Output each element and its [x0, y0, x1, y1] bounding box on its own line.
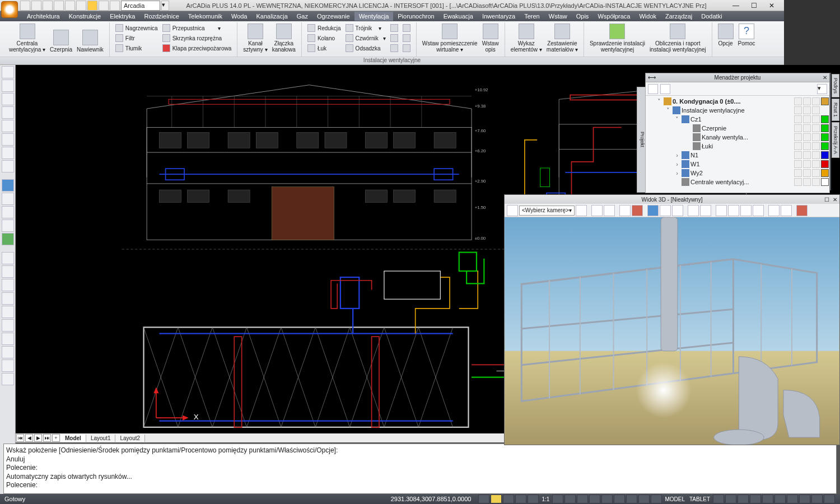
redukcja-button[interactable]: Redukcja — [305, 24, 343, 32]
menu-telekomunik[interactable]: Telekomunik — [184, 12, 227, 21]
v3d-gear-icon[interactable] — [507, 205, 518, 216]
arc-icon[interactable] — [2, 279, 14, 291]
obliczenia-raport-button[interactable]: Obliczenia i raport instalacji wentylacy… — [647, 22, 708, 54]
menu-elektryka[interactable]: Elektryka — [105, 12, 139, 21]
fitting-y1-button[interactable] — [400, 24, 413, 32]
zoom-ext-icon[interactable] — [2, 220, 14, 232]
menu-widok[interactable]: Widok — [634, 12, 661, 21]
grid-icon[interactable] — [2, 66, 14, 78]
v3d-m2-icon[interactable] — [632, 205, 643, 216]
menu-teren[interactable]: Teren — [520, 12, 544, 21]
zoom-in-icon[interactable] — [2, 193, 14, 205]
trojnik-button[interactable]: Trójnik▾ — [343, 24, 388, 32]
minimize-button[interactable]: — — [729, 2, 743, 10]
tlumik-button[interactable]: Tłumik — [113, 44, 160, 53]
tab-next-button[interactable]: ▶ — [34, 434, 42, 442]
v3d-fly-icon[interactable] — [660, 205, 671, 216]
v3d-r1-icon[interactable] — [716, 205, 727, 216]
klapa-button[interactable]: Klapa przeciwpożarowa — [160, 44, 234, 53]
move-icon[interactable] — [2, 373, 14, 385]
v3d-r3-icon[interactable] — [740, 205, 752, 216]
wstaw-opis-button[interactable]: Wstaw opis — [480, 22, 501, 54]
zestawienie-materialow-button[interactable]: Zestawienie materiałów ▾ — [544, 22, 580, 54]
menu-piorunochron[interactable]: Piorunochron — [393, 12, 438, 21]
pt-icon[interactable] — [2, 333, 14, 345]
circle-icon[interactable] — [2, 292, 14, 305]
menu-kanalizacja[interactable]: Kanalizacja — [252, 12, 292, 21]
centrala-wentylacyjna-button[interactable]: Centrala wentylacyjna ▾ — [7, 22, 48, 54]
kanal-sztywny-button[interactable]: Kanał sztywny ▾ — [241, 22, 269, 54]
fitting-x2-button[interactable] — [388, 34, 400, 43]
czerpnia-button[interactable]: Czerpnia — [48, 22, 74, 54]
tree-row[interactable]: ›W1 — [646, 160, 784, 169]
rect-icon[interactable] — [2, 306, 14, 318]
tree-row[interactable]: ˅Cz1 — [646, 115, 784, 124]
pan-icon[interactable] — [2, 233, 14, 245]
tab-layout1[interactable]: Layout1 — [86, 435, 116, 442]
v3d-link-icon[interactable] — [604, 205, 615, 216]
prop-icon[interactable] — [2, 106, 14, 119]
menu-wentylacja[interactable]: Wentylacja — [354, 12, 394, 21]
menu-architektura[interactable]: Architektura — [22, 12, 64, 21]
menu-inwentaryza[interactable]: Inwentaryza — [478, 12, 520, 21]
menu-ewakuacja[interactable]: Ewakuacja — [439, 12, 478, 21]
menu-woda[interactable]: Woda — [227, 12, 252, 21]
tree-row[interactable]: ˅Instalacje wentylacyjne — [646, 106, 784, 115]
v3d-cube-icon[interactable] — [781, 205, 784, 216]
tree-row[interactable]: ˅0. Kondygnacja 0 (±0.... — [646, 97, 784, 106]
kolano-button[interactable]: Kolano — [305, 34, 343, 43]
style-combo[interactable]: Arcadia — [121, 1, 160, 11]
nagrzewnica-button[interactable]: Nagrzewnica — [113, 24, 160, 32]
hatch2-icon[interactable] — [2, 133, 14, 146]
przepustnica-button[interactable]: Przepustnica▾ — [160, 24, 234, 32]
tree-row[interactable]: Czerpnie — [646, 124, 784, 133]
v3d-sun-icon[interactable] — [576, 205, 587, 216]
qat-save-icon[interactable] — [43, 1, 53, 11]
v3d-s1-icon[interactable] — [688, 205, 699, 216]
v3d-r2-icon[interactable] — [728, 205, 739, 216]
tree-row[interactable]: ›N1 — [646, 151, 784, 160]
v3d-s2-icon[interactable] — [700, 205, 711, 216]
txt-icon[interactable] — [2, 346, 14, 358]
menu-współpraca[interactable]: Współpraca — [593, 12, 634, 21]
zoom-out-icon[interactable] — [2, 206, 14, 218]
fitting-y3-button[interactable] — [400, 44, 413, 53]
nawiewnik-button[interactable]: Nawiewnik — [74, 22, 106, 54]
wykaz-elementow-button[interactable]: Wykaz elementów ▾ — [508, 22, 544, 54]
sprawdzenie-instalacji-button[interactable]: Sprawdzenie instalacji wentylacyjnej — [587, 22, 647, 54]
tab-last-button[interactable]: ⏭ — [43, 434, 51, 442]
pomoc-button[interactable]: ?Pomoc — [736, 22, 758, 48]
menu-gaz[interactable]: Gaz — [292, 12, 312, 21]
undo-icon[interactable] — [2, 179, 14, 192]
hatch3-icon[interactable] — [2, 147, 14, 159]
fitting-y2-button[interactable] — [400, 34, 413, 43]
wstaw-pomieszczenie-button[interactable]: Wstaw pomieszczenie wirtualne ▾ — [420, 22, 480, 54]
czwornik-button[interactable]: Czwórnik▾ — [343, 34, 388, 43]
qat-grid-icon[interactable] — [110, 1, 120, 11]
pm-tab[interactable]: Projekt — [637, 87, 646, 193]
tree-row[interactable]: ›Wy2 — [646, 169, 784, 178]
tab-add-button[interactable]: + — [52, 434, 60, 442]
qat-dropdown-icon[interactable]: ▾ — [161, 1, 169, 11]
tab-layout2[interactable]: Layout2 — [115, 435, 145, 442]
command-line[interactable]: Wskaż położenie [Odniesienie/Środek pomi… — [3, 444, 784, 470]
close-button[interactable]: ✕ — [765, 2, 778, 10]
dim-icon[interactable] — [2, 252, 14, 264]
v3d-m1-icon[interactable] — [619, 205, 631, 216]
qat-new-icon[interactable] — [20, 1, 30, 11]
pm-props-icon[interactable] — [660, 84, 670, 94]
line-icon[interactable] — [2, 265, 14, 278]
v3d-ext-icon[interactable] — [672, 205, 683, 216]
layer-icon[interactable] — [2, 93, 14, 105]
app-logo[interactable] — [1, 1, 18, 18]
poly-icon[interactable] — [2, 319, 14, 332]
qat-redo-icon[interactable] — [76, 1, 86, 11]
menu-rozdzielnice[interactable]: Rozdzielnice — [139, 12, 183, 21]
maximize-button[interactable]: ☐ — [747, 2, 760, 10]
camera-combo[interactable]: <Wybierz kamerę> ▾ — [519, 206, 575, 216]
menu-dodatki[interactable]: Dodatki — [697, 12, 726, 21]
pm-pin-icon[interactable]: ⟷ — [648, 74, 656, 81]
snap-icon[interactable] — [2, 80, 14, 92]
hatch4-icon[interactable] — [2, 160, 14, 172]
menu-wstaw[interactable]: Wstaw — [544, 12, 572, 21]
